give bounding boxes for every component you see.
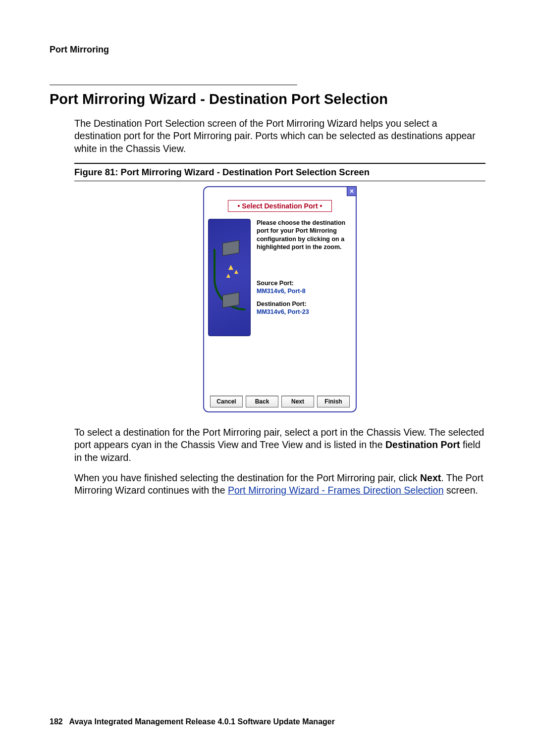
intro-paragraph: The Destination Port Selection screen of… <box>74 117 485 155</box>
paragraph-next-step: When you have finished selecting the des… <box>74 472 485 497</box>
page-number: 182 <box>50 717 63 726</box>
wizard-illustration <box>208 219 251 336</box>
figure-caption: Figure 81: Port Mirroring Wizard - Desti… <box>74 167 485 178</box>
back-button[interactable]: Back <box>246 396 278 407</box>
finish-button[interactable]: Finish <box>317 396 350 407</box>
text-span: When you have finished selecting the des… <box>74 472 420 483</box>
wizard-dialog: × • Select Destination Port • Please cho… <box>203 186 357 412</box>
page-footer: 182 Avaya Integrated Management Release … <box>50 717 335 726</box>
heading-rule <box>50 85 297 85</box>
spark-icon <box>234 270 238 274</box>
destination-port-value: MM314v6, Port-23 <box>257 308 352 315</box>
wizard-instruction: Please choose the destination port for y… <box>257 219 352 251</box>
figure-rule-bottom <box>74 181 485 181</box>
text-span: screen. <box>444 485 478 496</box>
spark-icon <box>226 274 230 278</box>
destination-port-label: Destination Port: <box>257 301 352 307</box>
wizard-banner: • Select Destination Port • <box>228 200 332 212</box>
paragraph-select-destination: To select a destination for the Port Mir… <box>74 426 485 464</box>
source-port-value: MM314v6, Port-8 <box>257 288 352 295</box>
source-port-label: Source Port: <box>257 280 352 287</box>
page-title: Port Mirroring Wizard - Destination Port… <box>50 91 485 107</box>
frames-direction-link[interactable]: Port Mirroring Wizard - Frames Direction… <box>228 485 444 496</box>
figure-rule-top <box>74 163 485 164</box>
close-icon[interactable]: × <box>347 186 357 196</box>
cancel-button[interactable]: Cancel <box>210 396 243 407</box>
next-bold: Next <box>420 472 441 483</box>
spark-icon <box>228 265 233 270</box>
next-button[interactable]: Next <box>281 396 314 407</box>
page-section-header: Port Mirroring <box>50 45 485 55</box>
destination-port-bold: Destination Port <box>385 439 460 450</box>
footer-text: Avaya Integrated Management Release 4.0.… <box>69 717 334 726</box>
